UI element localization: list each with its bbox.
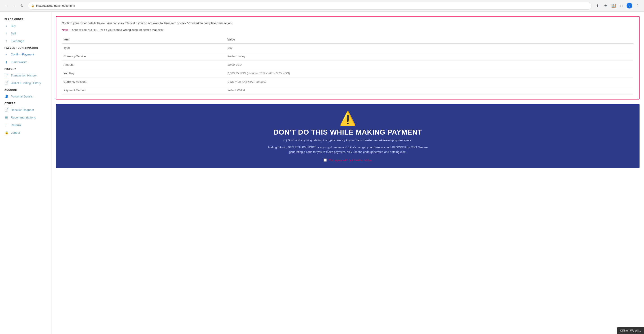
- sidebar-item-fund-wallet[interactable]: ▮ Fund Wallet: [0, 58, 51, 66]
- sidebar: PLACE ORDER ↓ Buy ↑ Sell ↑ Exchange PAYM…: [0, 12, 52, 334]
- sidebar-confirm-payment-label: Confirm Payment: [11, 53, 34, 56]
- referral-icon: ←: [4, 123, 8, 127]
- sidebar-section-history: HISTORY: [0, 66, 51, 72]
- sidebar-item-transaction-history[interactable]: 📄 Transaction History: [0, 72, 51, 79]
- sidebar-item-referral[interactable]: ← Referral: [0, 121, 51, 129]
- sidebar-item-personal-details[interactable]: 👤 Personal Details: [0, 92, 51, 100]
- reseller-icon: 📄: [4, 108, 8, 112]
- table-row: You Pay7,603.75 NGN (including 7.5% VAT …: [62, 69, 634, 78]
- col-item-header: Item: [62, 36, 226, 44]
- table-cell-item: Payment Method: [62, 86, 226, 94]
- sidebar-item-sell[interactable]: ↑ Sell: [0, 30, 51, 37]
- sidebar-section-account: ACCOUNT: [0, 87, 51, 92]
- order-details-box: Confirm your order details below. You ca…: [56, 16, 640, 100]
- url-text: instantexchangers.net/confirm: [36, 4, 75, 8]
- sidebar-item-wallet-funding-history[interactable]: 📄 Wallet Funding History: [0, 79, 51, 87]
- table-cell-value: Instant Wallet: [226, 86, 634, 94]
- table-row: Amount10.00 USD: [62, 60, 634, 69]
- sidebar-reseller-label: Reseller Request: [11, 108, 34, 112]
- sidebar-item-buy[interactable]: ↓ Buy: [0, 22, 51, 30]
- sidebar-section-place-order: PLACE ORDER: [0, 16, 51, 22]
- document-icon: 📄: [4, 74, 8, 77]
- table-row: TypeBuy: [62, 44, 634, 52]
- logout-icon: 🔒: [4, 131, 8, 134]
- caution-checkbox[interactable]: [324, 158, 327, 162]
- table-row: Payment MethodInstant Wallet: [62, 86, 634, 94]
- sidebar-transaction-history-label: Transaction History: [11, 74, 37, 77]
- offline-badge: Offline - We will...: [617, 327, 644, 334]
- content-area: Confirm your order details below. You ca…: [52, 12, 644, 334]
- warning-body: Adding Bitcoin, BTC, ETH PM, USDT or any…: [265, 145, 430, 154]
- caution-checkbox-label[interactable]: You agree with our caution notice: [329, 158, 372, 162]
- sidebar-personal-details-label: Personal Details: [11, 95, 33, 98]
- app-layout: PLACE ORDER ↓ Buy ↑ Sell ↑ Exchange PAYM…: [0, 12, 644, 334]
- sidebar-referral-label: Referral: [11, 124, 22, 127]
- order-intro-text: Confirm your order details below. You ca…: [62, 21, 634, 26]
- sidebar-recommendations-label: Recommendations: [11, 116, 36, 119]
- sidebar-item-exchange[interactable]: ↑ Exchange: [0, 37, 51, 45]
- file-icon: 📄: [4, 81, 8, 85]
- warning-subtitle: (1) Don't add anything relating to crypt…: [62, 138, 633, 142]
- list-icon: ☰: [4, 116, 8, 119]
- table-cell-value: Perfectmoney: [226, 52, 634, 60]
- table-cell-value: U3277498 (INSTANT,Verified): [226, 78, 634, 86]
- sell-arrow-icon: ↑: [4, 32, 8, 35]
- table-cell-value: 10.00 USD: [226, 60, 634, 69]
- sidebar-item-reseller-request[interactable]: 📄 Reseller Request: [0, 106, 51, 114]
- table-cell-item: You Pay: [62, 69, 226, 78]
- table-cell-item: Currency Account: [62, 78, 226, 86]
- exchange-arrow-icon: ↑: [4, 39, 8, 43]
- back-button[interactable]: ←: [4, 3, 10, 9]
- sidebar-wallet-funding-history-label: Wallet Funding History: [11, 82, 41, 85]
- sidebar-item-confirm-payment[interactable]: ✓ Confirm Payment: [0, 50, 51, 58]
- table-header-row: Item Value: [62, 36, 634, 44]
- order-note: Note : There will be NO REFUND if you in…: [62, 28, 634, 32]
- sidebar-sell-label: Sell: [11, 32, 16, 35]
- lock-icon: 🔒: [31, 4, 34, 8]
- table-cell-item: Amount: [62, 60, 226, 69]
- col-value-header: Value: [226, 36, 634, 44]
- browser-nav-group: ← → ↻: [4, 3, 25, 9]
- share-button[interactable]: ⬆: [594, 3, 600, 9]
- table-cell-item: Currency/Service: [62, 52, 226, 60]
- warning-title: DON'T DO THIS WHILE MAKING PAYMENT: [62, 128, 633, 136]
- sidebar-section-others: OTHERS: [0, 100, 51, 106]
- user-avatar[interactable]: U: [626, 3, 632, 8]
- browser-actions: ⬆ ★ 🪟 □ U ⋮: [594, 3, 640, 9]
- buy-arrow-icon: ↓: [4, 24, 8, 28]
- offline-label: Offline - We will...: [620, 329, 641, 332]
- table-row: Currency AccountU3277498 (INSTANT,Verifi…: [62, 78, 634, 86]
- credit-card-icon: ▮: [4, 60, 8, 64]
- note-text: There will be NO REFUND if you input a w…: [70, 28, 164, 32]
- address-bar[interactable]: 🔒 instantexchangers.net/confirm: [28, 2, 592, 10]
- warning-checkbox-row: You agree with our caution notice: [62, 158, 633, 162]
- window-button[interactable]: □: [618, 3, 625, 9]
- warning-banner: ⚠️ DON'T DO THIS WHILE MAKING PAYMENT (1…: [56, 104, 640, 168]
- table-cell-item: Type: [62, 44, 226, 52]
- note-label: Note :: [62, 28, 70, 32]
- table-row: Currency/ServicePerfectmoney: [62, 52, 634, 60]
- sidebar-item-recommendations[interactable]: ☰ Recommendations: [0, 114, 51, 121]
- bookmark-button[interactable]: ★: [602, 3, 609, 9]
- forward-button[interactable]: →: [11, 3, 18, 9]
- checkmark-icon: ✓: [4, 52, 8, 56]
- sidebar-fund-wallet-label: Fund Wallet: [11, 60, 27, 64]
- sidebar-exchange-label: Exchange: [11, 39, 24, 43]
- sidebar-buy-label: Buy: [11, 24, 16, 28]
- menu-button[interactable]: ⋮: [634, 3, 640, 9]
- warning-triangle-icon: ⚠️: [62, 112, 633, 126]
- order-table: Item Value TypeBuyCurrency/ServicePerfec…: [62, 36, 634, 94]
- extensions-button[interactable]: 🪟: [610, 3, 617, 9]
- reload-button[interactable]: ↻: [19, 3, 25, 9]
- sidebar-logout-label: Logout: [11, 131, 20, 134]
- browser-chrome: ← → ↻ 🔒 instantexchangers.net/confirm ⬆ …: [0, 0, 644, 12]
- table-cell-value: Buy: [226, 44, 634, 52]
- sidebar-item-logout[interactable]: 🔒 Logout: [0, 129, 51, 136]
- table-cell-value: 7,603.75 NGN (including 7.5% VAT = 3.75 …: [226, 69, 634, 78]
- sidebar-section-payment-confirmation: PAYMENT CONFIRMATION: [0, 45, 51, 50]
- person-icon: 👤: [4, 94, 8, 98]
